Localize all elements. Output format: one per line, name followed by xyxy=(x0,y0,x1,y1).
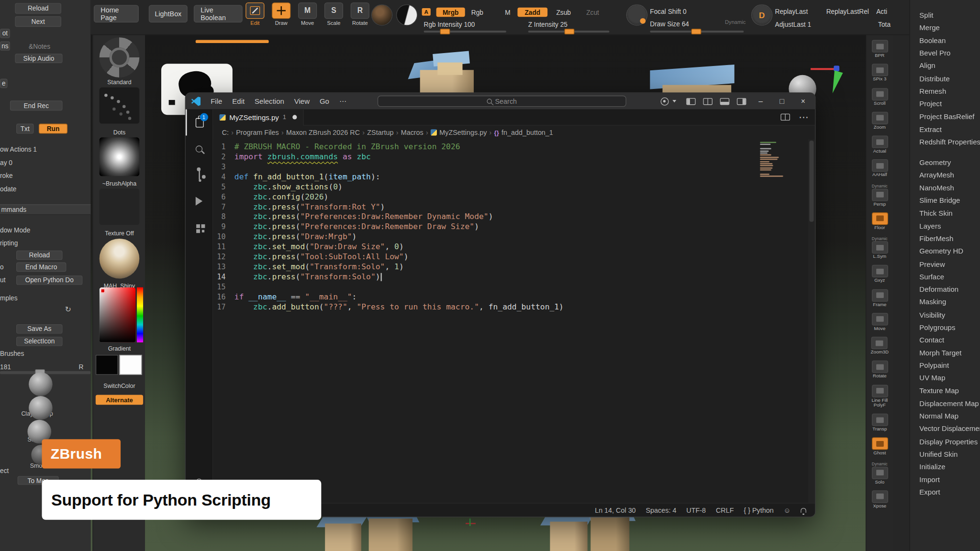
viewport-control[interactable]: Dynamic Persp xyxy=(871,183,888,207)
tota-button[interactable]: Tota xyxy=(878,21,891,28)
code-line[interactable]: 13 zbc.set_mod("Transform:Solo", 1) xyxy=(213,262,815,272)
left-panel-item[interactable]: odate xyxy=(0,185,25,193)
left-panel-item[interactable]: ect xyxy=(0,467,11,474)
menu-item[interactable]: Layers xyxy=(919,220,980,232)
menu-item[interactable]: Initialize xyxy=(919,461,980,474)
minimap[interactable] xyxy=(760,142,786,176)
viewport-control[interactable]: Floor xyxy=(871,212,888,231)
left-panel-item[interactable]: ripting xyxy=(0,239,27,247)
status-item[interactable]: UTF-8 xyxy=(686,507,706,514)
left-panel-item[interactable]: Save As xyxy=(16,324,63,334)
tool-button[interactable]: Draw xyxy=(270,2,292,26)
explorer-icon[interactable]: 1 xyxy=(185,110,212,136)
menubar-item[interactable]: View xyxy=(289,93,314,110)
minimize-button[interactable]: – xyxy=(751,93,770,110)
maximize-button[interactable]: □ xyxy=(772,93,791,110)
menubar-item[interactable]: Go xyxy=(314,93,334,110)
status-item[interactable]: { } Python xyxy=(744,507,773,514)
viewport-control[interactable]: Move xyxy=(871,313,888,331)
left-panel-item[interactable]: R xyxy=(79,363,87,371)
left-panel-item[interactable]: mples xyxy=(0,294,26,302)
menu-item[interactable]: Unified Skin xyxy=(919,448,980,461)
mrgb-button[interactable]: Mrgb xyxy=(436,8,465,17)
viewport-control[interactable]: Rotate xyxy=(871,361,888,379)
left-panel-item[interactable]: Run xyxy=(39,124,67,134)
nav-button[interactable]: Home Page xyxy=(94,5,139,22)
menubar-item[interactable]: File xyxy=(206,93,227,110)
dynamic-label[interactable]: Dynamic xyxy=(725,19,746,25)
menu-item[interactable]: Polypaint xyxy=(919,359,980,372)
viewport-control[interactable]: BPR xyxy=(871,40,888,58)
viewport-control[interactable]: Zoom3D xyxy=(871,337,889,355)
left-panel-item[interactable]: o xyxy=(0,263,6,271)
breadcrumb-item[interactable]: C: xyxy=(222,129,229,136)
material-preview[interactable] xyxy=(100,239,140,279)
menu-item[interactable]: FiberMesh xyxy=(919,232,980,245)
left-panel-item[interactable]: SelectIcon xyxy=(16,337,63,346)
chevron-down-icon[interactable] xyxy=(672,100,676,102)
tab-myzsettings[interactable]: MyZSettings.py 1 xyxy=(213,109,303,125)
left-panel-item[interactable]: End Macro xyxy=(16,263,66,272)
left-panel-item[interactable]: Reload xyxy=(15,3,61,14)
viewport-control[interactable]: Ghost xyxy=(871,438,888,456)
viewport-control[interactable]: Gxyz xyxy=(871,265,888,283)
menu-item[interactable]: UV Map xyxy=(919,372,980,385)
breadcrumb-item[interactable]: Program Files xyxy=(236,129,278,136)
bw-sphere-icon[interactable] xyxy=(397,5,417,25)
viewport-control[interactable]: SPix 3 xyxy=(871,64,888,82)
adjust-last-slider-label[interactable]: AdjustLast 1 xyxy=(775,21,811,28)
lightbox-divider-handle[interactable] xyxy=(196,40,269,44)
run-debug-icon[interactable] xyxy=(185,188,212,214)
focal-shift-slider-label[interactable]: Focal Shift 0 xyxy=(650,8,686,15)
left-panel-item[interactable]: End Rec xyxy=(10,100,63,110)
slider-handle[interactable] xyxy=(564,29,574,34)
gizmo-y-axis[interactable] xyxy=(828,70,843,94)
search-icon[interactable] xyxy=(185,135,212,162)
status-item[interactable]: CRLF xyxy=(716,507,734,514)
tool-button[interactable]: R Rotate xyxy=(349,2,371,26)
z-intensity-slider[interactable] xyxy=(528,31,610,33)
close-button[interactable]: × xyxy=(794,93,813,110)
tool-button[interactable]: M Move xyxy=(296,2,319,26)
menu-item[interactable]: Export xyxy=(919,486,980,499)
zcut-button[interactable]: Zcut xyxy=(586,9,599,16)
menubar-item[interactable]: Edit xyxy=(227,93,250,110)
material-sphere-icon[interactable] xyxy=(372,5,392,25)
gizmo-x-axis[interactable] xyxy=(811,68,837,70)
replay-last-button[interactable]: ReplayLast xyxy=(775,8,808,15)
a-toggle[interactable]: A xyxy=(422,8,431,16)
code-line[interactable]: 12 zbc.press("Tool:SubTool:All Low") xyxy=(213,252,815,262)
z-intensity-slider-label[interactable]: Z Intensity 25 xyxy=(528,21,568,28)
menu-item[interactable]: Geometry xyxy=(919,156,980,169)
draw-size-slider[interactable] xyxy=(650,31,744,33)
rgb-intensity-slider[interactable] xyxy=(424,31,506,33)
viewport-control[interactable]: Zoom xyxy=(871,111,888,130)
menu-item[interactable]: Vector Displacement xyxy=(919,422,980,435)
status-item[interactable]: Spaces: 4 xyxy=(646,507,677,514)
status-item[interactable]: Ln 14, Col 30 xyxy=(595,507,635,514)
left-panel-item[interactable]: mmands xyxy=(0,204,90,215)
left-panel-item[interactable]: 181 xyxy=(0,363,15,371)
menu-item[interactable]: Remesh xyxy=(919,85,980,98)
left-panel-item[interactable]: Reload xyxy=(16,251,63,260)
menu-item[interactable]: Morph Target xyxy=(919,346,980,359)
notifications-bell-icon[interactable] xyxy=(801,507,806,512)
breadcrumb[interactable]: C:›Program Files›Maxon ZBrush 2026 RC›ZS… xyxy=(213,126,815,140)
menubar-item[interactable]: Selection xyxy=(250,93,290,110)
menu-item[interactable]: Normal Map xyxy=(919,410,980,423)
toggle-sidebar-icon[interactable] xyxy=(686,98,696,104)
tool-button[interactable]: Edit xyxy=(244,2,266,26)
code-line[interactable]: 17 zbc.add_button("???", "Press to run t… xyxy=(213,302,815,312)
code-line[interactable]: 10 zbc.press("Draw:Mrgb") xyxy=(213,232,815,242)
menu-item[interactable]: Surface xyxy=(919,270,980,283)
rgb-intensity-slider-label[interactable]: Rgb Intensity 100 xyxy=(424,21,475,28)
breadcrumb-item[interactable]: Macros xyxy=(401,129,423,136)
viewport-control[interactable]: AAHalf xyxy=(871,159,888,177)
replay-last-rel-button[interactable]: ReplayLastRel xyxy=(826,8,869,15)
left-panel-item[interactable]: Txt xyxy=(16,124,34,134)
editor-scrollbar[interactable] xyxy=(808,139,815,503)
zadd-button[interactable]: Zadd xyxy=(517,8,547,17)
code-line[interactable]: 7 zbc.press("Transform:Rot Y") xyxy=(213,202,815,212)
alpha-preview[interactable] xyxy=(100,137,140,176)
menu-item[interactable]: Redshift Properties xyxy=(919,135,980,148)
